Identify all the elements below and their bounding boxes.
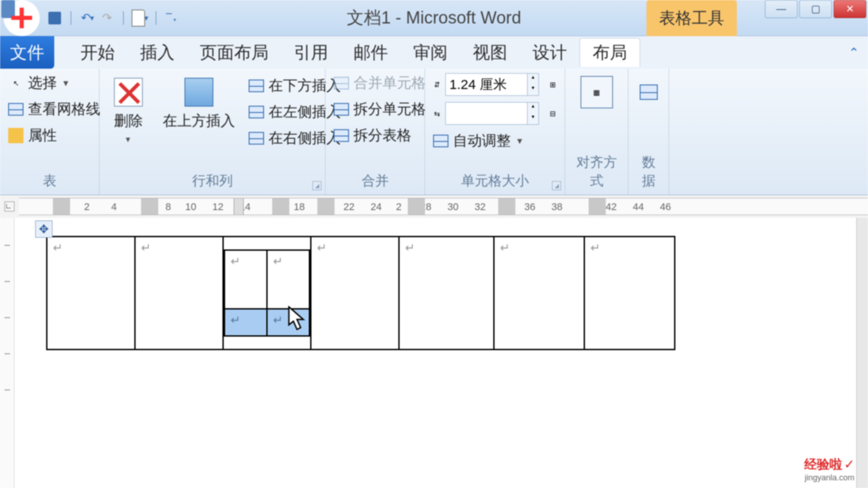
- minimize-button[interactable]: —: [765, 0, 797, 18]
- tab-mailings[interactable]: 邮件: [341, 38, 401, 67]
- merge-icon: [334, 75, 349, 91]
- split-table-icon: [334, 128, 349, 143]
- undo-button[interactable]: ↶▾: [79, 9, 96, 27]
- distribute-cols-icon[interactable]: ⊟: [549, 106, 557, 121]
- close-button[interactable]: ✕: [834, 0, 866, 18]
- document-area: ✥ ↵↵↵↵↵↵↵↵↵↵: [0, 218, 868, 488]
- group-cell-size: ⇵ 1.24 厘米 ▴▾ ⊞ ⇆ ▴▾ ⊟ 自动调整▾ 单元格大小: [425, 69, 565, 195]
- alignment-icon: ▦: [580, 76, 613, 108]
- quick-access-toolbar: ↶▾ ↷ ▾ ⎺▾: [4, 0, 181, 36]
- group-table: ↖ 选择▾ 查看网格线 属性 表: [0, 69, 99, 195]
- split-table-button[interactable]: 拆分表格: [334, 126, 416, 145]
- insert-right-icon: [249, 131, 264, 146]
- spin-up-icon[interactable]: ▴: [528, 103, 538, 113]
- alignment-button[interactable]: ▦: [573, 73, 620, 111]
- tab-view[interactable]: 视图: [460, 38, 520, 67]
- tab-stop-selector[interactable]: ∟: [5, 202, 14, 211]
- spin-up-icon[interactable]: ▴: [528, 74, 538, 84]
- save-button[interactable]: [46, 9, 63, 27]
- table-cell[interactable]: ↵: [311, 237, 399, 350]
- group-label: 合并: [334, 169, 416, 195]
- separator: [71, 11, 71, 25]
- separator: [156, 11, 156, 25]
- table-cell[interactable]: ↵: [267, 250, 310, 309]
- group-label: 对齐方式: [573, 150, 620, 195]
- table-move-handle-icon[interactable]: ✥: [35, 221, 52, 238]
- new-document-button[interactable]: ▾: [131, 9, 148, 27]
- split-cells-button[interactable]: 拆分单元格: [334, 99, 416, 119]
- table-cell[interactable]: ↵: [585, 237, 675, 350]
- properties-button[interactable]: 属性: [8, 126, 91, 145]
- col-width-input[interactable]: ▴▾: [445, 102, 539, 125]
- tab-design[interactable]: 设计: [520, 38, 580, 67]
- horizontal-ruler[interactable]: ∟ 248101214182224228303243638424446: [0, 195, 868, 218]
- insert-below-icon: [249, 78, 264, 94]
- view-gridlines-button[interactable]: 查看网格线: [8, 99, 91, 119]
- table-cell[interactable]: ↵: [47, 237, 135, 350]
- spin-down-icon[interactable]: ▾: [528, 113, 538, 124]
- ribbon-tabs: 文件 开始 插入 页面布局 引用 邮件 审阅 视图 设计 布局 ⌃: [0, 36, 868, 69]
- tab-file[interactable]: 文件: [0, 36, 54, 69]
- data-icon: [632, 76, 665, 108]
- col-width-icon: ⇆: [433, 106, 441, 121]
- help-icon[interactable]: ⌃: [849, 45, 859, 60]
- gridlines-icon: [8, 102, 24, 117]
- data-button[interactable]: [637, 73, 660, 111]
- redo-button[interactable]: ↷: [99, 9, 116, 27]
- vertical-scrollbar[interactable]: [856, 218, 868, 488]
- table-cell-selected[interactable]: ↵: [267, 309, 310, 336]
- tab-layout[interactable]: 布局: [580, 38, 640, 67]
- window-title: 文档1 - Microsoft Word: [347, 6, 521, 29]
- tab-insert[interactable]: 插入: [127, 38, 187, 67]
- table-cell[interactable]: ↵: [399, 237, 494, 350]
- tab-page-layout[interactable]: 页面布局: [187, 38, 281, 67]
- insert-left-icon: [249, 104, 264, 120]
- word-table[interactable]: ↵↵↵↵↵↵↵↵↵↵: [46, 236, 675, 350]
- table-cell-selected[interactable]: ↵: [225, 309, 267, 336]
- group-label: 单元格大小: [433, 169, 557, 195]
- office-orb-icon[interactable]: [4, 0, 40, 36]
- distribute-rows-icon[interactable]: ⊞: [549, 77, 557, 92]
- table-cell-split[interactable]: ↵↵↵↵: [223, 237, 311, 350]
- insert-above-button[interactable]: 在上方插入: [158, 73, 240, 148]
- delete-button[interactable]: 删除 ▾: [108, 73, 149, 148]
- insert-above-icon: [183, 76, 215, 108]
- group-rows-cols: 删除 ▾ 在上方插入 在下方插入 在左侧插入 在右侧插入: [99, 69, 326, 195]
- page[interactable]: ✥ ↵↵↵↵↵↵↵↵↵↵: [14, 218, 856, 488]
- tab-review[interactable]: 审阅: [401, 38, 460, 67]
- select-button[interactable]: ↖ 选择▾: [8, 73, 91, 93]
- row-height-icon: ⇵: [433, 77, 441, 92]
- merge-cells-button: 合并单元格: [334, 73, 416, 93]
- separator: [123, 11, 124, 25]
- tab-references[interactable]: 引用: [281, 38, 341, 67]
- title-bar: ↶▾ ↷ ▾ ⎺▾ 文档1 - Microsoft Word 表格工具 — ▢ …: [0, 0, 868, 36]
- qat-customize-button[interactable]: ⎺▾: [164, 9, 181, 27]
- watermark: 经验啦 ✓ jingyanla.com: [804, 456, 854, 483]
- row-height-input[interactable]: 1.24 厘米 ▴▾: [445, 73, 539, 96]
- dialog-launcher-icon[interactable]: ◢: [312, 181, 321, 190]
- autofit-icon: [433, 133, 448, 149]
- split-cells-icon: [334, 102, 349, 117]
- group-label: 行和列: [108, 169, 317, 195]
- vertical-ruler[interactable]: [0, 218, 14, 488]
- group-label: 表: [8, 169, 91, 195]
- autofit-button[interactable]: 自动调整▾: [433, 131, 557, 151]
- ribbon: ↖ 选择▾ 查看网格线 属性 表 删除 ▾ 在上方插入: [0, 69, 868, 195]
- spin-down-icon[interactable]: ▾: [528, 84, 538, 95]
- table-cell[interactable]: ↵: [494, 237, 585, 350]
- cursor-icon: ↖: [8, 75, 24, 91]
- properties-icon: [8, 128, 24, 143]
- dialog-launcher-icon[interactable]: ◢: [552, 181, 561, 190]
- tab-home[interactable]: 开始: [68, 38, 127, 67]
- group-alignment: ▦ 对齐方式: [565, 69, 628, 195]
- group-merge: 合并单元格 拆分单元格 拆分表格 合并: [326, 69, 425, 195]
- table-cell[interactable]: ↵: [135, 237, 223, 350]
- group-data: 数据: [628, 69, 669, 195]
- delete-icon: [112, 76, 145, 108]
- maximize-button[interactable]: ▢: [799, 0, 832, 18]
- group-label: 数据: [637, 150, 660, 195]
- window-controls: — ▢ ✕: [765, 0, 868, 18]
- table-cell[interactable]: ↵: [225, 250, 267, 309]
- contextual-tab-label: 表格工具: [646, 0, 737, 36]
